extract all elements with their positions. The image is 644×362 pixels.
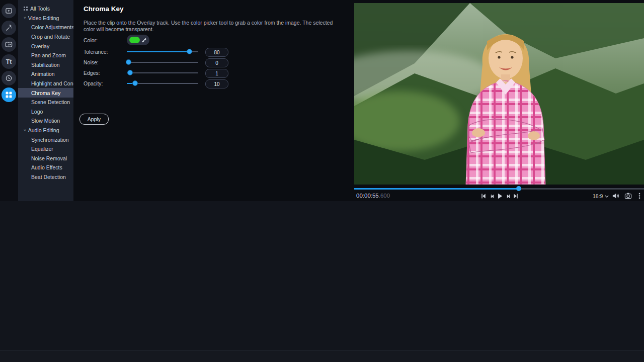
tool-item-label: Crop and Rotate: [31, 34, 70, 40]
preview-frame: [354, 3, 644, 185]
tolerance-slider[interactable]: [127, 49, 198, 55]
edges-slider[interactable]: [127, 70, 198, 76]
kebab-menu-icon[interactable]: [636, 192, 643, 200]
tool-item-slow-motion[interactable]: Slow Motion: [18, 116, 73, 126]
slider-label: Edges:: [84, 70, 100, 76]
chevron-down-icon: [605, 195, 609, 198]
tool-item-pan-and-zoom[interactable]: Pan and Zoom: [18, 51, 73, 60]
opacity-slider[interactable]: [127, 80, 198, 86]
prev-frame-icon[interactable]: [488, 192, 496, 200]
tool-item-label: Overlay: [31, 43, 49, 49]
apply-button[interactable]: Apply: [79, 114, 109, 125]
add-media-icon[interactable]: [2, 4, 16, 18]
color-swatch[interactable]: [129, 37, 140, 43]
all-tools-grid-icon: [24, 7, 28, 11]
tool-item-label: Animation: [31, 71, 55, 77]
slider-thumb[interactable]: [126, 59, 131, 65]
video-editor-window: Tt All Tools˅Video EditingColor Adjustme…: [0, 0, 644, 362]
slider-label: Noise:: [84, 59, 99, 65]
tool-item-label: Equalizer: [31, 146, 53, 152]
tool-item-label: All Tools: [30, 6, 50, 12]
video-preview: [354, 3, 644, 185]
timeline-section: Export 00:00:0000:00:0500:00:1000:00:150…: [0, 201, 644, 350]
tool-item-all-tools[interactable]: All Tools: [18, 4, 73, 14]
tool-item-label: Noise Removal: [31, 155, 67, 161]
tool-item-chroma-key[interactable]: Chroma Key: [18, 88, 73, 98]
clock-icon[interactable]: [2, 71, 16, 85]
skip-end-icon[interactable]: [512, 192, 520, 200]
slider-thumb[interactable]: [127, 70, 133, 75]
slider-label: Tolerance:: [84, 49, 108, 55]
noise-value[interactable]: 0: [205, 58, 228, 67]
tool-item-highlight-and-conceal[interactable]: Highlight and Conceal: [18, 79, 73, 88]
more-tools-icon[interactable]: [2, 87, 16, 102]
tool-item-scene-detection[interactable]: Scene Detection: [18, 98, 73, 107]
left-rail: Tt: [0, 0, 18, 201]
tool-item-synchronization[interactable]: Synchronization: [18, 135, 73, 144]
tool-item-stabilization[interactable]: Stabilization: [18, 60, 73, 70]
tool-item-label: Audio Editing: [28, 127, 59, 133]
tool-item-label: Audio Effects: [31, 164, 62, 170]
seek-thumb[interactable]: [516, 186, 521, 191]
opacity-value[interactable]: 10: [205, 79, 228, 88]
tool-item-label: Beat Detection: [31, 174, 66, 180]
tool-item-color-adjustments[interactable]: Color Adjustments: [18, 23, 73, 32]
color-picker[interactable]: [127, 35, 149, 45]
tool-item-video-editing[interactable]: ˅Video Editing: [18, 14, 73, 23]
tool-item-label: Color Adjustments: [31, 24, 74, 30]
seek-bar[interactable]: [354, 187, 644, 192]
aspect-ratio-dropdown[interactable]: 16:9: [593, 193, 609, 199]
chroma-key-panel: Chroma Key Place the clip onto the Overl…: [73, 0, 354, 201]
magic-wand-icon[interactable]: [2, 21, 16, 35]
tool-item-equalizer[interactable]: Equalizer: [18, 144, 73, 154]
speaker-icon[interactable]: [612, 192, 619, 200]
tolerance-value[interactable]: 80: [205, 48, 228, 57]
next-frame-icon[interactable]: [504, 192, 512, 200]
slider-thumb[interactable]: [132, 80, 138, 86]
tool-item-label: Slow Motion: [31, 118, 60, 124]
tool-item-label: Scene Detection: [31, 99, 70, 105]
tool-item-logo[interactable]: Logo: [18, 107, 73, 117]
camera-icon[interactable]: [624, 192, 632, 200]
slider-label: Opacity:: [84, 80, 103, 86]
tool-item-audio-effects[interactable]: Audio Effects: [18, 163, 73, 172]
color-label: Color:: [84, 37, 98, 43]
tool-item-animation[interactable]: Animation: [18, 69, 73, 79]
tool-item-label: Chroma Key: [31, 90, 60, 96]
eyedropper-icon[interactable]: [141, 37, 147, 43]
tool-list: All Tools˅Video EditingColor Adjustments…: [18, 4, 73, 182]
tool-item-overlay[interactable]: Overlay: [18, 41, 73, 51]
tool-item-noise-removal[interactable]: Noise Removal: [18, 154, 73, 163]
slider-thumb[interactable]: [187, 49, 192, 54]
tool-item-label: Stabilization: [31, 62, 60, 68]
play-icon[interactable]: [496, 192, 504, 200]
chevron-down-icon: ˅: [24, 16, 26, 20]
tools-panel: All Tools˅Video EditingColor Adjustments…: [18, 0, 73, 201]
tool-item-crop-and-rotate[interactable]: Crop and Rotate: [18, 32, 73, 42]
playback-time: 00:00:55.600: [356, 193, 390, 199]
tool-item-label: Video Editing: [28, 15, 59, 21]
transitions-icon[interactable]: [2, 37, 16, 52]
tool-item-label: Synchronization: [31, 137, 69, 143]
edges-value[interactable]: 1: [205, 69, 228, 78]
panel-description: Place the clip onto the Overlay track. U…: [84, 20, 335, 33]
chevron-down-icon: ˅: [24, 128, 26, 133]
tool-item-beat-detection[interactable]: Beat Detection: [18, 172, 73, 182]
panel-title: Chroma Key: [84, 5, 124, 13]
status-bar: Scale: Project length: 01:37 Notificatio…: [0, 350, 644, 362]
tool-item-label: Logo: [31, 109, 43, 115]
skip-start-icon[interactable]: [479, 192, 488, 200]
tool-item-audio-editing[interactable]: ˅Audio Editing: [18, 126, 73, 135]
noise-slider[interactable]: [127, 59, 198, 65]
tool-item-label: Pan and Zoom: [31, 52, 66, 58]
titles-icon[interactable]: Tt: [2, 54, 16, 69]
